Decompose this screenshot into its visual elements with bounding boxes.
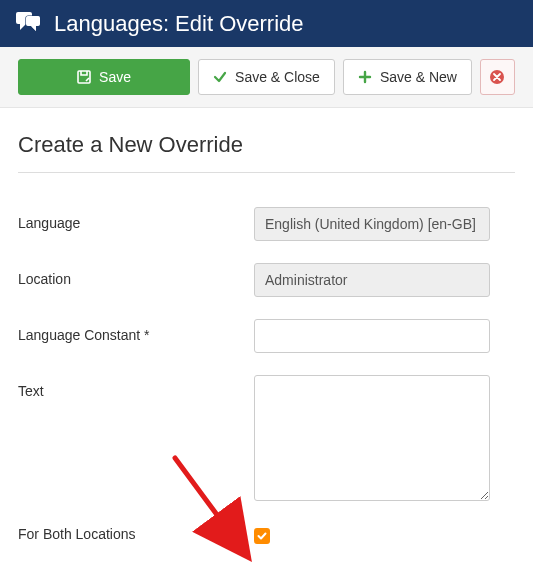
text-input[interactable] — [254, 375, 490, 501]
save-new-button-label: Save & New — [380, 69, 457, 85]
page-title: Languages: Edit Override — [54, 11, 304, 37]
save-close-button-label: Save & Close — [235, 69, 320, 85]
page-header: Languages: Edit Override — [0, 0, 533, 47]
language-readonly: English (United Kingdom) [en-GB] — [254, 207, 490, 241]
label-constant: Language Constant * — [18, 319, 254, 343]
divider — [18, 172, 515, 173]
field-row-constant: Language Constant * — [18, 319, 515, 353]
section-title: Create a New Override — [18, 132, 515, 158]
form-area: Create a New Override Language English (… — [0, 108, 533, 545]
save-new-button[interactable]: Save & New — [343, 59, 472, 95]
svg-rect-5 — [78, 71, 90, 83]
label-location: Location — [18, 263, 254, 287]
both-locations-checkbox[interactable] — [254, 528, 270, 544]
svg-rect-4 — [26, 16, 40, 26]
close-button[interactable] — [480, 59, 515, 95]
field-row-text: Text — [18, 375, 515, 504]
save-icon — [77, 70, 91, 84]
plus-icon — [358, 70, 372, 84]
label-both: For Both Locations — [18, 526, 254, 542]
close-icon — [489, 69, 505, 85]
field-row-language: Language English (United Kingdom) [en-GB… — [18, 207, 515, 241]
chat-icon — [16, 10, 42, 37]
label-language: Language — [18, 207, 254, 231]
field-row-both: For Both Locations — [18, 526, 515, 545]
checkmark-icon — [256, 530, 268, 542]
constant-input[interactable] — [254, 319, 490, 353]
save-button-label: Save — [99, 69, 131, 85]
save-button[interactable]: Save — [18, 59, 190, 95]
label-text: Text — [18, 375, 254, 399]
location-readonly: Administrator — [254, 263, 490, 297]
toolbar: Save Save & Close Save & New — [0, 47, 533, 108]
save-close-button[interactable]: Save & Close — [198, 59, 335, 95]
field-row-location: Location Administrator — [18, 263, 515, 297]
check-icon — [213, 70, 227, 84]
